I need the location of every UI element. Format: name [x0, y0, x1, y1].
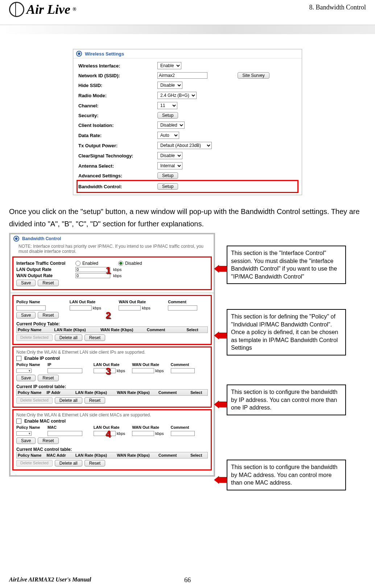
s2-th-lan: LAN Rate (Kbps) — [54, 328, 100, 332]
s3-input-comment[interactable] — [171, 368, 195, 373]
bullet-icon — [76, 51, 82, 57]
bwc-section-4: 4 Note:Only the WLAN & Ethernet LAN side… — [13, 410, 211, 469]
footer-manual-title: AirLive AIRMAX2 User's Manual — [9, 576, 91, 583]
s1-save-button[interactable]: Save — [16, 280, 36, 286]
s2-th-comment: Comment — [147, 328, 186, 332]
advanced-setup-button[interactable]: Setup — [157, 172, 178, 179]
s4-note: Note:Only the WLAN & Ethernet LAN side c… — [16, 412, 208, 418]
s3-input-wan[interactable] — [132, 368, 154, 373]
label-security: Security: — [78, 113, 154, 118]
bwc-section-2: 2 Policy Name LAN Out Rate WAN Out Rate … — [13, 296, 211, 344]
checkbox-enable-ip[interactable] — [16, 356, 21, 361]
s2-input-name[interactable] — [16, 305, 46, 311]
s2-input-wan[interactable] — [119, 305, 141, 311]
s3-hdr-ip: IP — [48, 362, 92, 367]
label-ssid: Network ID (SSID): — [78, 73, 154, 78]
select-wireless-interface[interactable]: Enable — [157, 62, 181, 69]
globe-icon — [9, 2, 24, 17]
wireless-settings-grid: Wireless Interface: Enable Network ID (S… — [73, 58, 302, 195]
select-radio-mode[interactable]: 2.4 GHz (B+G) — [157, 92, 197, 99]
s3-input-ip[interactable] — [48, 368, 82, 373]
s2-hdr-lan: LAN Out Rate — [70, 300, 118, 304]
site-survey-button[interactable]: Site Survey — [238, 72, 269, 79]
s2-kbps1: kbps — [93, 306, 101, 310]
bwc-section-3: 3 Note:Only the WLAN & Ethernet LAN side… — [13, 348, 211, 407]
s4-cpt: Current MAC control table: — [16, 447, 208, 452]
select-data-rate[interactable]: Auto — [157, 132, 179, 139]
s2-th-select: Select — [186, 328, 206, 332]
s2-cpt: Current Policy Table: — [16, 321, 208, 326]
s3-reset2-button[interactable]: Reset — [85, 397, 105, 404]
radio-disabled[interactable] — [118, 261, 123, 266]
s4-kbps2: kbps — [155, 431, 164, 436]
callout-1: This section is the "Interface Control" … — [227, 246, 346, 284]
s2-delete-all-button[interactable]: Delete all — [55, 334, 82, 341]
label-hide-ssid: Hide SSID: — [78, 83, 154, 88]
s3-enable-label: Enable IP control — [24, 356, 60, 361]
s4-delete-all-button[interactable]: Delete all — [55, 460, 82, 466]
s2-reset2-button[interactable]: Reset — [85, 334, 105, 341]
s4-hdr-comment: Comment — [171, 425, 208, 429]
select-hide-ssid[interactable]: Disable — [157, 82, 182, 89]
body-paragraph: Once you click on the "setup" button, a … — [9, 205, 366, 230]
s3-th-wan: WAN Rate (Kbps) — [117, 390, 158, 395]
bandwidth-control-wrap: Bandwidth Control NOTE: Interface contro… — [9, 233, 248, 477]
s4-delete-selected-button: Delete Selected — [16, 460, 53, 466]
select-clearsignal[interactable]: Disable — [157, 152, 182, 159]
input-ssid[interactable] — [157, 72, 207, 79]
radio-enabled[interactable] — [75, 261, 81, 266]
label-clearsignal: ClearSignal Technology: — [78, 153, 154, 159]
s4-enable-label: Enable MAC control — [24, 419, 66, 424]
s4-reset-button[interactable]: Reset — [38, 437, 58, 444]
callout-2: This section is for defining the "Policy… — [227, 309, 346, 355]
select-client-isolation[interactable]: Disabled — [157, 122, 185, 129]
label-antenna: Antenna Select: — [78, 163, 154, 169]
input-wan-out[interactable] — [75, 273, 110, 278]
label-advanced: Advanced Settings: — [78, 173, 154, 178]
s3-hdr-lan: LAN Out Rate — [94, 362, 131, 367]
bullet-icon — [13, 236, 19, 242]
s4-save-button[interactable]: Save — [16, 437, 36, 444]
label-wireless-interface: Wireless Interface: — [78, 63, 154, 69]
select-antenna[interactable]: Internal — [157, 162, 182, 169]
s2-input-comment[interactable] — [168, 305, 197, 311]
s4-hdr-name: Policy Name — [16, 425, 46, 429]
s1-reset-button[interactable]: Reset — [38, 280, 58, 286]
s4-th-select: Select — [190, 453, 206, 457]
footer-page-number: 66 — [184, 576, 191, 584]
brand-logo: Air Live ® — [9, 2, 76, 17]
s4-th-mac: MAC Addr — [46, 453, 75, 457]
s2-input-lan[interactable] — [70, 305, 92, 311]
s4-reset2-button[interactable]: Reset — [85, 460, 105, 466]
s3-save-button[interactable]: Save — [16, 375, 36, 381]
s3-th-select: Select — [190, 390, 206, 395]
s4-input-wan[interactable] — [132, 431, 154, 436]
s2-hdr-name: Policy Name — [16, 300, 68, 304]
s2-save-button[interactable]: Save — [16, 312, 36, 318]
select-channel[interactable]: 11 — [157, 102, 177, 109]
bandwidth-setup-button[interactable]: Setup — [157, 183, 178, 190]
logo-mark: ® — [73, 7, 76, 12]
label-bandwidth: Bandwidth Control: — [78, 184, 154, 189]
s4-select-name[interactable] — [16, 431, 32, 436]
s2-th-wan: WAN Rate (Kbps) — [100, 328, 147, 332]
checkbox-enable-mac[interactable] — [16, 419, 21, 424]
s4-input-lan[interactable] — [94, 431, 116, 436]
input-lan-out[interactable] — [75, 267, 110, 272]
bwc-note: NOTE: Interface control has priority ove… — [11, 243, 214, 256]
s4-input-comment[interactable] — [171, 431, 195, 436]
s3-select-name[interactable] — [16, 369, 32, 373]
page-footer: AirLive AIRMAX2 User's Manual 66 — [9, 576, 366, 583]
s3-reset-button[interactable]: Reset — [38, 375, 58, 381]
select-tx-power[interactable]: Default (About 23dB) — [157, 142, 212, 149]
s2-table-header: Policy Name LAN Rate (Kbps) WAN Rate (Kb… — [16, 326, 208, 333]
s2-reset-button[interactable]: Reset — [38, 312, 58, 318]
page-header: 8. Bandwidth Control Air Live ® — [0, 0, 375, 40]
security-setup-button[interactable]: Setup — [157, 112, 178, 119]
s3-delete-all-button[interactable]: Delete all — [55, 397, 82, 404]
s3-input-lan[interactable] — [94, 368, 116, 373]
s4-input-mac[interactable] — [48, 431, 82, 436]
s3-kbps1: kbps — [117, 369, 125, 373]
label-radio-mode: Radio Mode: — [78, 93, 154, 98]
header-divider — [0, 25, 375, 34]
